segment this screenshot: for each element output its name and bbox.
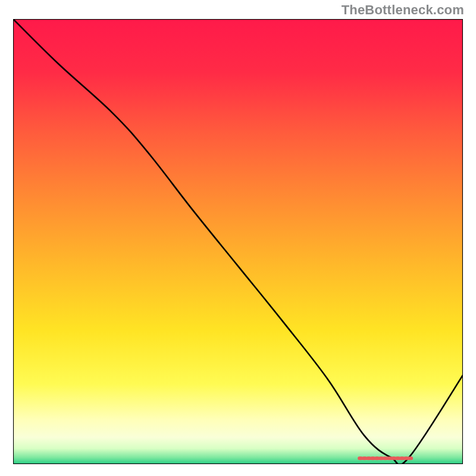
gradient-fill xyxy=(13,19,463,464)
watermark-text: TheBottleneck.com xyxy=(342,2,464,18)
chart-svg xyxy=(13,19,463,464)
plot-area xyxy=(13,19,463,464)
bottleneck-chart: TheBottleneck.com xyxy=(0,0,476,476)
